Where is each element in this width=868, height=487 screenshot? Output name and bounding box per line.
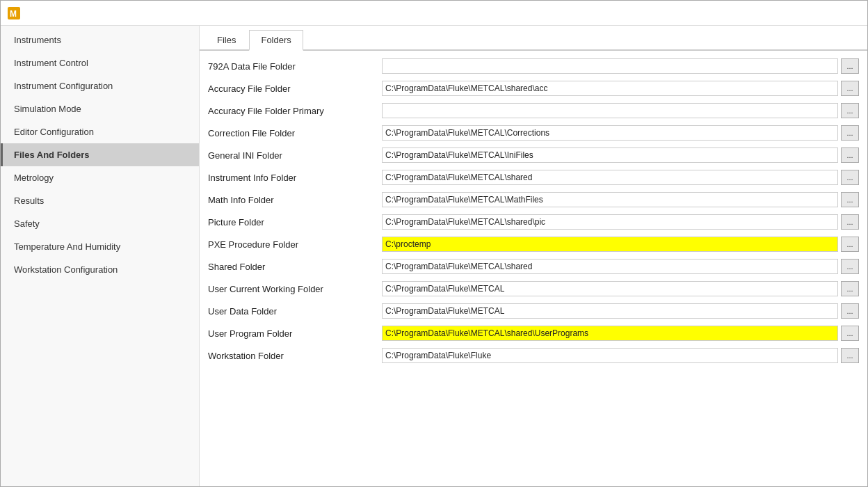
browse-button-math-info-folder[interactable]: ... [841, 192, 859, 207]
folder-row-pxe-procedure-folder: PXE Procedure Folder... [208, 234, 859, 254]
folder-row-general-ini-folder: General INI Folder... [208, 145, 859, 165]
folder-input-shared-folder[interactable] [382, 259, 838, 274]
folder-input-wrap-accuracy-file-folder-primary: ... [382, 103, 859, 118]
folder-input-workstation-folder[interactable] [382, 348, 838, 363]
svg-text:M: M [10, 9, 17, 19]
sidebar: InstrumentsInstrument ControlInstrument … [1, 26, 200, 486]
folder-row-math-info-folder: Math Info Folder... [208, 190, 859, 209]
folder-label-user-data-folder: User Data Folder [208, 306, 382, 317]
tab-files[interactable]: Files [205, 30, 248, 49]
folder-input-user-program-folder[interactable] [382, 326, 838, 341]
sidebar-item-instrument-control[interactable]: Instrument Control [1, 51, 199, 74]
folder-input-general-ini-folder[interactable] [382, 147, 838, 163]
browse-button-workstation-folder[interactable]: ... [841, 348, 859, 363]
browse-button-accuracy-file-folder-primary[interactable]: ... [841, 103, 859, 118]
folder-label-user-program-folder: User Program Folder [208, 328, 382, 339]
folder-input-accuracy-file-folder-primary[interactable] [382, 103, 838, 118]
folder-input-math-info-folder[interactable] [382, 192, 838, 207]
sidebar-item-editor-configuration[interactable]: Editor Configuration [1, 120, 199, 143]
browse-button-instrument-info-folder[interactable]: ... [841, 170, 859, 185]
sidebar-item-temperature-and-humidity[interactable]: Temperature And Humidity [1, 235, 199, 258]
folder-input-wrap-picture-folder: ... [382, 214, 859, 230]
folder-input-pxe-procedure-folder[interactable] [382, 237, 838, 252]
browse-button-shared-folder[interactable]: ... [841, 259, 859, 274]
browse-button-picture-folder[interactable]: ... [841, 214, 859, 230]
folder-input-user-data-folder[interactable] [382, 303, 838, 319]
sidebar-item-safety[interactable]: Safety [1, 212, 199, 235]
folder-input-wrap-user-current-working-folder: ... [382, 281, 859, 296]
folder-label-correction-file-folder: Correction File Folder [208, 128, 382, 138]
folder-input-wrap-792a-data-file-folder: ... [382, 58, 859, 74]
title-bar-left: M [8, 7, 26, 19]
folders-area: 792A Data File Folder...Accuracy File Fo… [200, 51, 867, 486]
sidebar-item-instruments[interactable]: Instruments [1, 29, 199, 51]
sidebar-item-results[interactable]: Results [1, 189, 199, 212]
folder-input-wrap-shared-folder: ... [382, 259, 859, 274]
tab-folders[interactable]: Folders [249, 30, 303, 51]
folder-label-pxe-procedure-folder: PXE Procedure Folder [208, 239, 382, 250]
browse-button-pxe-procedure-folder[interactable]: ... [841, 237, 859, 252]
sidebar-item-instrument-configuration[interactable]: Instrument Configuration [1, 74, 199, 97]
folder-label-math-info-folder: Math Info Folder [208, 195, 382, 205]
app-icon: M [8, 7, 20, 19]
folder-row-instrument-info-folder: Instrument Info Folder... [208, 168, 859, 187]
folder-input-wrap-instrument-info-folder: ... [382, 170, 859, 185]
folder-input-wrap-math-info-folder: ... [382, 192, 859, 207]
folder-row-accuracy-file-folder-primary: Accuracy File Folder Primary... [208, 101, 859, 120]
folder-label-general-ini-folder: General INI Folder [208, 150, 382, 161]
sidebar-item-files-and-folders[interactable]: Files And Folders [1, 143, 199, 166]
content-area: InstrumentsInstrument ControlInstrument … [1, 26, 867, 486]
sidebar-item-workstation-configuration[interactable]: Workstation Configuration [1, 258, 199, 281]
main-window: M InstrumentsInstrument ControlInstrumen… [0, 0, 868, 487]
folder-label-user-current-working-folder: User Current Working Folder [208, 284, 382, 294]
folder-label-accuracy-file-folder: Accuracy File Folder [208, 83, 382, 94]
folder-row-user-data-folder: User Data Folder... [208, 301, 859, 321]
close-button[interactable] [852, 12, 860, 15]
folder-input-instrument-info-folder[interactable] [382, 170, 838, 185]
browse-button-accuracy-file-folder[interactable]: ... [841, 81, 859, 96]
browse-button-general-ini-folder[interactable]: ... [841, 147, 859, 163]
folder-input-wrap-user-program-folder: ... [382, 326, 859, 341]
folder-input-wrap-pxe-procedure-folder: ... [382, 237, 859, 252]
folder-label-picture-folder: Picture Folder [208, 217, 382, 227]
browse-button-user-data-folder[interactable]: ... [841, 303, 859, 319]
folder-input-wrap-general-ini-folder: ... [382, 147, 859, 163]
folder-input-792a-data-file-folder[interactable] [382, 58, 838, 74]
folder-row-picture-folder: Picture Folder... [208, 212, 859, 232]
folder-row-shared-folder: Shared Folder... [208, 257, 859, 276]
folder-label-shared-folder: Shared Folder [208, 262, 382, 272]
folder-input-accuracy-file-folder[interactable] [382, 81, 838, 96]
folder-row-user-current-working-folder: User Current Working Folder... [208, 279, 859, 298]
folder-input-wrap-workstation-folder: ... [382, 348, 859, 363]
sidebar-item-metrology[interactable]: Metrology [1, 166, 199, 189]
main-content: FilesFolders 792A Data File Folder...Acc… [200, 26, 867, 486]
folder-input-wrap-accuracy-file-folder: ... [382, 81, 859, 96]
folder-input-correction-file-folder[interactable] [382, 125, 838, 141]
folder-row-user-program-folder: User Program Folder... [208, 324, 859, 343]
browse-button-correction-file-folder[interactable]: ... [841, 125, 859, 141]
folder-input-wrap-user-data-folder: ... [382, 303, 859, 319]
folder-row-accuracy-file-folder: Accuracy File Folder... [208, 79, 859, 98]
folder-label-accuracy-file-folder-primary: Accuracy File Folder Primary [208, 106, 382, 116]
tabs-bar: FilesFolders [200, 26, 867, 51]
browse-button-user-current-working-folder[interactable]: ... [841, 281, 859, 296]
folder-label-workstation-folder: Workstation Folder [208, 351, 382, 361]
browse-button-user-program-folder[interactable]: ... [841, 326, 859, 341]
folder-input-wrap-correction-file-folder: ... [382, 125, 859, 141]
title-bar: M [1, 1, 867, 26]
folder-input-picture-folder[interactable] [382, 214, 838, 230]
folder-row-792a-data-file-folder: 792A Data File Folder... [208, 56, 859, 76]
sidebar-item-simulation-mode[interactable]: Simulation Mode [1, 97, 199, 120]
browse-button-792a-data-file-folder[interactable]: ... [841, 58, 859, 74]
folder-row-correction-file-folder: Correction File Folder... [208, 123, 859, 143]
folder-row-workstation-folder: Workstation Folder... [208, 346, 859, 365]
folder-label-792a-data-file-folder: 792A Data File Folder [208, 61, 382, 72]
folder-label-instrument-info-folder: Instrument Info Folder [208, 173, 382, 183]
folder-input-user-current-working-folder[interactable] [382, 281, 838, 296]
